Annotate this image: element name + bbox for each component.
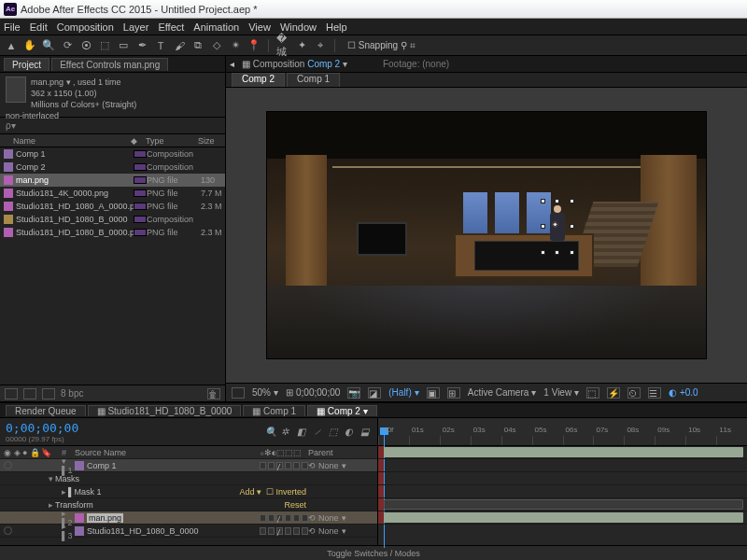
col-size[interactable]: Size	[198, 136, 225, 146]
flowchart-icon[interactable]: ☰	[648, 387, 661, 399]
timeline-tab[interactable]: ▦ Studio181_HD_1080_B_0000	[88, 405, 242, 416]
zoom-dropdown[interactable]: 50% ▾	[252, 387, 278, 398]
delete-icon[interactable]: 🗑	[207, 388, 220, 399]
col-name[interactable]: Name	[0, 136, 131, 146]
layer-row[interactable]: ▸ ▌2 man.png / ⟲ None ▾	[0, 511, 377, 525]
menu-effect[interactable]: Effect	[158, 21, 184, 33]
chevron-left-icon[interactable]: ◂	[230, 59, 234, 69]
world-axis-icon[interactable]: ✦	[294, 38, 309, 53]
viewer-footer: 50% ▾ ⊞ 0;00;00;00 📷 ◪ (Half) ▾ ▣ ⊞ Acti…	[226, 383, 747, 401]
project-search[interactable]: ρ▾	[0, 118, 225, 134]
pen-tool-icon[interactable]: ✒	[134, 38, 149, 53]
menu-layer[interactable]: Layer	[123, 21, 149, 33]
layer-columns-header: ◉ ◈ ● 🔒🔖# Source Name ⬦✻◐⬚⬚⬚ Parent	[0, 446, 377, 459]
layer-masks[interactable]: Masks	[0, 472, 377, 485]
menu-help[interactable]: Help	[326, 21, 347, 33]
timeline-tab[interactable]: ▦ Comp 1	[243, 405, 305, 416]
timeline-footer[interactable]: Toggle Switches / Modes	[0, 545, 747, 560]
new-folder-icon[interactable]	[23, 388, 36, 399]
puppet-tool-icon[interactable]: 📍	[247, 38, 261, 53]
draft3d-icon[interactable]: ◧	[297, 427, 308, 438]
interpret-footage-icon[interactable]	[5, 388, 18, 399]
snapshot-icon[interactable]: 📷	[347, 387, 360, 399]
frame-blend-icon[interactable]: ⬚	[329, 427, 340, 438]
rotate-tool-icon[interactable]: ⟳	[60, 38, 75, 53]
asset-dims: 362 x 1150 (1.00)	[6, 88, 219, 99]
project-item[interactable]: Studio181_HD_1080_B_0000.pngPNG file2.3 …	[0, 226, 225, 239]
zoom-tool-icon[interactable]: 🔍	[41, 38, 56, 53]
fast-previews-icon[interactable]: ⚡	[607, 387, 620, 399]
camera-tool-icon[interactable]: ⦿	[78, 38, 93, 53]
timeline-icon[interactable]: ⏲	[627, 387, 641, 399]
menu-view[interactable]: View	[248, 21, 271, 33]
shy-icon[interactable]: ⟋	[313, 427, 324, 438]
project-item[interactable]: Studio181_HD_1080_A_0000.pngPNG file2.3 …	[0, 200, 225, 213]
tool-bar: ▲ ✋ 🔍 ⟳ ⦿ ⬚ ▭ ✒ T 🖌 ⧉ ◇ ✴ 📍 �城 ✦ ⌖ ☐ Sna…	[0, 35, 747, 56]
project-list[interactable]: Comp 1Composition Comp 2Composition man.…	[0, 147, 225, 385]
project-item[interactable]: Comp 2Composition	[0, 161, 225, 174]
layer-mask-item[interactable]: ▌ Mask 1 Add ▾ ☐ Inverted	[0, 485, 377, 498]
views-dropdown[interactable]: 1 View ▾	[543, 387, 579, 398]
viewport[interactable]	[267, 112, 706, 358]
tab-effect-controls[interactable]: Effect Controls man.png	[51, 58, 168, 71]
tab-project[interactable]: Project	[4, 58, 49, 71]
hand-tool-icon[interactable]: ✋	[22, 38, 37, 53]
timeline-layer-panel: 0;00;00;00 00000 (29.97 fps) 🔍 ✲ ◧ ⟋ ⬚ ◐…	[0, 418, 378, 545]
camera-dropdown[interactable]: Active Camera ▾	[468, 387, 537, 398]
project-item[interactable]: Studio181_4K_0000.pngPNG file7.7 M	[0, 187, 225, 200]
eraser-tool-icon[interactable]: ◇	[209, 38, 224, 53]
menu-animation[interactable]: Animation	[193, 21, 239, 33]
composition-viewer[interactable]	[226, 88, 747, 383]
search-icon[interactable]: 🔍	[265, 427, 276, 438]
current-time[interactable]: 0;00;00;00	[6, 421, 78, 435]
comp-subtab[interactable]: Comp 2	[232, 73, 285, 87]
track-bar[interactable]	[378, 446, 747, 459]
menu-window[interactable]: Window	[280, 21, 317, 33]
new-comp-icon[interactable]	[42, 388, 55, 399]
snapping-toggle[interactable]: ☐ Snapping ⚲ ⌗	[347, 40, 416, 51]
selection-handles[interactable]	[543, 202, 571, 252]
comp-mini-flowchart-icon[interactable]: ✲	[281, 427, 292, 438]
rect-tool-icon[interactable]: ▭	[116, 38, 131, 53]
layer-row[interactable]: ▸ ▌3 Studio181_HD_1080_B_0000 / ⟲ None ▾	[0, 525, 377, 538]
comp-subtab[interactable]: Comp 1	[287, 73, 340, 87]
col-label[interactable]: ◆	[131, 136, 146, 146]
frame-info: 00000 (29.97 fps)	[6, 435, 78, 443]
menu-edit[interactable]: Edit	[30, 21, 48, 33]
bpc-toggle[interactable]: 8 bpc	[61, 388, 83, 399]
track-bar[interactable]	[378, 511, 747, 525]
roi-icon[interactable]: ▣	[427, 387, 440, 399]
graph-editor-icon[interactable]: ⬓	[360, 427, 372, 438]
project-item[interactable]: Studio181_HD_1080_B_0000Composition	[0, 213, 225, 226]
timeline-tracks[interactable]: :00f 01s 02s 03s 04s 05s 06s 07s 08s 09s…	[378, 418, 747, 545]
brush-tool-icon[interactable]: 🖌	[172, 38, 187, 53]
layer-row[interactable]: ▾ ▌1 Comp 1 / ⟲ None ▾	[0, 459, 377, 472]
grid-icon[interactable]: ⊞	[447, 387, 460, 399]
project-item[interactable]: Comp 1Composition	[0, 147, 225, 161]
tab-render-queue[interactable]: Render Queue	[6, 405, 86, 416]
time-ruler[interactable]: :00f 01s 02s 03s 04s 05s 06s 07s 08s 09s…	[378, 418, 747, 446]
layer-transform[interactable]: TransformReset	[0, 498, 377, 511]
type-tool-icon[interactable]: T	[153, 38, 168, 53]
resolution-dropdown[interactable]: (Half) ▾	[388, 387, 418, 398]
menu-composition[interactable]: Composition	[57, 21, 114, 33]
asset-colors: Millions of Colors+ (Straight)	[6, 99, 219, 110]
panbehind-tool-icon[interactable]: ⬚	[97, 38, 112, 53]
track-bar[interactable]	[378, 498, 747, 511]
time-display[interactable]: ⊞ 0;00;00;00	[286, 387, 340, 398]
selection-tool-icon[interactable]: ▲	[4, 38, 19, 53]
col-type[interactable]: Type	[146, 136, 198, 146]
safe-zones-icon[interactable]	[232, 387, 245, 399]
roto-tool-icon[interactable]: ✴	[228, 38, 243, 53]
view-axis-icon[interactable]: ⌖	[313, 38, 328, 53]
channel-icon[interactable]: ◪	[368, 387, 381, 399]
exposure-control[interactable]: ◐ +0.0	[669, 387, 698, 398]
clone-tool-icon[interactable]: ⧉	[190, 38, 205, 53]
project-item[interactable]: man.pngPNG file130	[0, 174, 225, 187]
footage-label: Footage: (none)	[383, 59, 449, 69]
motion-blur-icon[interactable]: ◐	[345, 427, 356, 438]
menu-file[interactable]: File	[4, 21, 21, 33]
timeline-tab[interactable]: ▦ Comp 2 ▾	[307, 405, 377, 416]
local-axis-icon[interactable]: �城	[275, 38, 290, 53]
pixel-aspect-icon[interactable]: ⬚	[586, 387, 599, 399]
